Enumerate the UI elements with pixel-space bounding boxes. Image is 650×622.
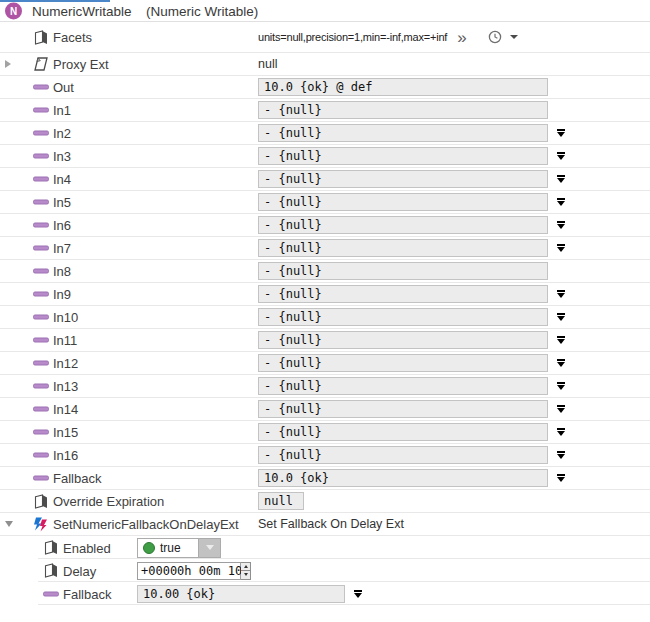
property-value: - {null} xyxy=(258,191,650,213)
value-field[interactable]: - {null} xyxy=(258,285,548,303)
value-field[interactable]: - {null} xyxy=(258,354,548,372)
row-in7[interactable]: In7 - {null} xyxy=(0,237,650,260)
property-label: In13 xyxy=(53,379,78,394)
dropdown-arrow-icon[interactable] xyxy=(556,382,566,390)
slot-icon xyxy=(33,453,49,458)
property-label: Enabled xyxy=(63,540,111,555)
spin-up-icon[interactable] xyxy=(241,562,251,572)
row-icon xyxy=(32,56,49,73)
value-field[interactable]: - {null} xyxy=(258,446,548,464)
slot-icon xyxy=(33,407,49,412)
boolean-combo[interactable]: true xyxy=(137,538,221,558)
component-name: NumericWritable xyxy=(32,3,132,18)
dropdown-arrow-icon[interactable] xyxy=(556,175,566,183)
dropdown-arrow-icon[interactable] xyxy=(556,244,566,252)
slot-icon xyxy=(33,246,49,251)
row-in15[interactable]: In15 - {null} xyxy=(0,421,650,444)
row-in3[interactable]: In3 - {null} xyxy=(0,145,650,168)
row-icon xyxy=(32,378,49,395)
dropdown-arrow-icon[interactable] xyxy=(556,359,566,367)
value-field[interactable]: - {null} xyxy=(258,101,548,119)
row-icon xyxy=(32,194,49,211)
row-icon xyxy=(32,424,49,441)
row-delay[interactable]: Delay +00000h 00m 10s xyxy=(0,559,650,582)
dropdown-arrow-icon[interactable] xyxy=(556,474,566,482)
value-field[interactable]: - {null} xyxy=(258,331,548,349)
row-icon xyxy=(42,539,59,556)
row-override-expiration[interactable]: Override Expiration null xyxy=(0,490,650,513)
row-in2[interactable]: In2 - {null} xyxy=(0,122,650,145)
value-field[interactable]: - {null} xyxy=(258,262,548,280)
row-facets[interactable]: Facets units=null,precision=1,min=-inf,m… xyxy=(0,22,650,53)
property-sheet: N NumericWritable (Numeric Writable) Fac… xyxy=(0,0,650,622)
row-in6[interactable]: In6 - {null} xyxy=(0,214,650,237)
value-field[interactable]: - {null} xyxy=(258,170,548,188)
value-text: - {null} xyxy=(264,310,322,324)
clock-icon[interactable] xyxy=(487,29,503,45)
value-field[interactable]: - {null} xyxy=(258,239,548,257)
duration-field[interactable]: +00000h 00m 10s xyxy=(137,562,241,580)
row-icon xyxy=(32,309,49,326)
row-in9[interactable]: In9 - {null} xyxy=(0,283,650,306)
value-field[interactable]: - {null} xyxy=(258,308,548,326)
property-value: - {null} xyxy=(258,283,650,305)
row-in14[interactable]: In14 - {null} xyxy=(0,398,650,421)
row-icon xyxy=(32,102,49,119)
expander-icon[interactable] xyxy=(5,521,13,527)
row-in1[interactable]: In1 - {null} xyxy=(0,99,650,122)
book-icon xyxy=(43,540,58,556)
value-field[interactable]: - {null} xyxy=(258,124,548,142)
dropdown-arrow-icon[interactable] xyxy=(556,198,566,206)
row-icon xyxy=(32,516,49,533)
row-out[interactable]: Out 10.0 {ok} @ def xyxy=(0,76,650,99)
value-field[interactable]: - {null} xyxy=(258,193,548,211)
spin-down-icon[interactable] xyxy=(241,571,251,580)
value-field[interactable]: 10.0 {ok} @ def xyxy=(258,78,548,96)
spinner-buttons[interactable] xyxy=(241,562,251,580)
row-fallback[interactable]: Fallback 10.0 {ok} xyxy=(0,467,650,490)
value-field[interactable]: - {null} xyxy=(258,147,548,165)
value-field[interactable]: - {null} xyxy=(258,216,548,234)
value-field[interactable]: - {null} xyxy=(258,377,548,395)
expander-icon[interactable] xyxy=(5,60,11,68)
row-in16[interactable]: In16 - {null} xyxy=(0,444,650,467)
dropdown-arrow-icon[interactable] xyxy=(556,290,566,298)
dropdown-arrow-icon[interactable] xyxy=(556,221,566,229)
row-in4[interactable]: In4 - {null} xyxy=(0,168,650,191)
combo-dropdown-button[interactable] xyxy=(198,539,220,557)
slot-icon xyxy=(33,223,49,228)
property-value: - {null} xyxy=(258,99,650,121)
row-in8[interactable]: In8 - {null} xyxy=(0,260,650,283)
row-in13[interactable]: In13 - {null} xyxy=(0,375,650,398)
row-ext-fallback[interactable]: Fallback 10.00 {ok} xyxy=(0,582,650,605)
value-field[interactable]: null xyxy=(258,492,304,510)
value-field[interactable]: 10.0 {ok} xyxy=(258,469,548,487)
dropdown-arrow-icon[interactable] xyxy=(556,451,566,459)
row-in11[interactable]: In11 - {null} xyxy=(0,329,650,352)
chevron-double-right-icon[interactable]: » xyxy=(457,29,466,46)
row-enabled[interactable]: Enabled true xyxy=(0,536,650,559)
row-in10[interactable]: In10 - {null} xyxy=(0,306,650,329)
value-field[interactable]: - {null} xyxy=(258,423,548,441)
value-field[interactable]: 10.00 {ok} xyxy=(137,585,345,603)
property-value: - {null} xyxy=(258,306,650,328)
caret-down-icon[interactable] xyxy=(510,35,518,39)
property-label: In8 xyxy=(53,264,71,279)
row-in12[interactable]: In12 - {null} xyxy=(0,352,650,375)
dropdown-arrow-icon[interactable] xyxy=(556,428,566,436)
dropdown-arrow-icon[interactable] xyxy=(556,405,566,413)
dropdown-arrow-icon[interactable] xyxy=(353,590,363,598)
property-label: Delay xyxy=(63,563,96,578)
property-label: SetNumericFallbackOnDelayExt xyxy=(53,517,239,532)
row-ext-header[interactable]: SetNumericFallbackOnDelayExt Set Fallbac… xyxy=(0,513,650,536)
dropdown-arrow-icon[interactable] xyxy=(556,129,566,137)
proxy-page-icon xyxy=(33,57,49,72)
row-in5[interactable]: In5 - {null} xyxy=(0,191,650,214)
value-text: - {null} xyxy=(264,379,322,393)
dropdown-arrow-icon[interactable] xyxy=(556,313,566,321)
component-header-row[interactable]: N NumericWritable (Numeric Writable) xyxy=(0,0,650,22)
dropdown-arrow-icon[interactable] xyxy=(556,336,566,344)
value-field[interactable]: - {null} xyxy=(258,400,548,418)
row-proxy-ext[interactable]: Proxy Ext null xyxy=(0,53,650,76)
dropdown-arrow-icon[interactable] xyxy=(556,152,566,160)
